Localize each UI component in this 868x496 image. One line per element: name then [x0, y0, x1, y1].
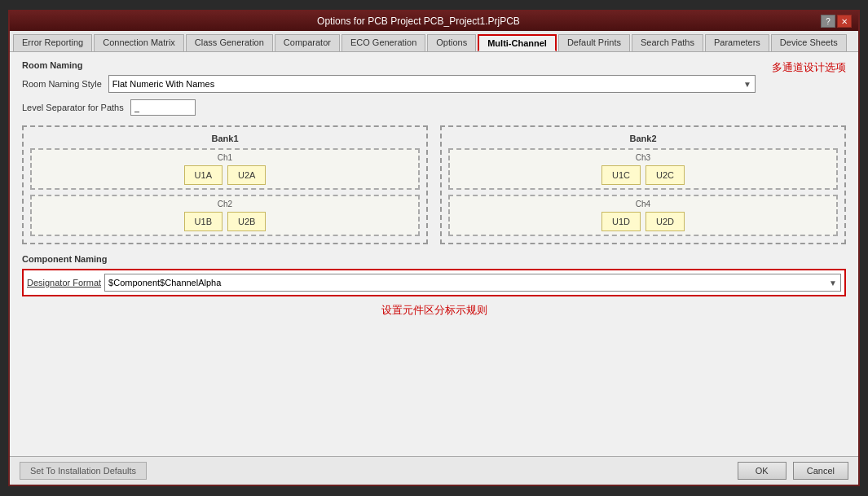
bank1-ch2-box: Ch2 U1B U2B: [30, 195, 420, 236]
designator-dropdown-arrow-icon: ▼: [829, 279, 837, 288]
bank2-ch3-components: U1C U2C: [456, 165, 830, 185]
ok-button[interactable]: OK: [738, 462, 786, 480]
component-naming-section: Component Naming Designator Format $Comp…: [22, 254, 846, 296]
tab-connection-matrix[interactable]: Connection Matrix: [94, 34, 184, 51]
designator-row: Designator Format $Component$ChannelAlph…: [22, 269, 846, 296]
style-label: Room Naming Style: [22, 79, 102, 89]
tab-comparator[interactable]: Comparator: [275, 34, 340, 51]
designator-format-dropdown[interactable]: $Component$ChannelAlpha ▼: [104, 274, 841, 292]
title-bar: Options for PCB Project PCB_Project1.Prj…: [10, 11, 858, 31]
tab-parameters[interactable]: Parameters: [705, 34, 769, 51]
tab-eco-generation[interactable]: ECO Generation: [341, 34, 425, 51]
bank1-ch2-components: U1B U2B: [38, 212, 412, 231]
dialog-title: Options for PCB Project PCB_Project1.Prj…: [16, 15, 821, 27]
tab-error-reporting[interactable]: Error Reporting: [13, 34, 92, 51]
tab-device-sheets[interactable]: Device Sheets: [771, 34, 847, 51]
room-naming-label: Room Naming: [22, 60, 756, 70]
banks-container: Bank1 Ch1 U1A U2A Ch2 U1B: [22, 125, 846, 244]
dropdown-arrow-icon: ▼: [743, 80, 751, 89]
bank1-ch1-comp2: U2A: [227, 165, 266, 185]
level-sep-input[interactable]: [130, 99, 196, 116]
installation-defaults-button[interactable]: Set To Installation Defaults: [20, 462, 147, 480]
designator-format-value: $Component$ChannelAlpha: [108, 278, 221, 288]
bank1-label: Bank1: [30, 134, 420, 143]
room-naming-row: Room Naming Style Flat Numeric With Name…: [22, 75, 756, 93]
bank1-box: Bank1 Ch1 U1A U2A Ch2 U1B: [22, 125, 428, 244]
tab-search-paths[interactable]: Search Paths: [632, 34, 703, 51]
bank2-ch4-comp2: U2D: [645, 212, 685, 231]
bank1-ch2-label: Ch2: [38, 200, 412, 208]
bank2-ch4-comp1: U1D: [601, 212, 641, 231]
level-sep-row: Level Separator for Paths: [22, 99, 756, 116]
tab-class-generation[interactable]: Class Generation: [186, 34, 273, 51]
bank2-ch3-comp1: U1C: [601, 165, 641, 185]
designator-label[interactable]: Designator Format: [27, 278, 101, 288]
bottom-bar: Set To Installation Defaults OK Cancel: [10, 456, 858, 485]
bank2-label: Bank2: [448, 134, 838, 143]
main-dialog: Options for PCB Project PCB_Project1.Prj…: [8, 10, 860, 486]
tab-options[interactable]: Options: [427, 34, 476, 51]
annotation-bottom: 设置元件区分标示规则: [22, 303, 846, 318]
bank2-ch3-box: Ch3 U1C U2C: [448, 148, 838, 190]
content-area: Room Naming Room Naming Style Flat Numer…: [10, 52, 858, 456]
bank2-ch4-box: Ch4 U1D U2D: [448, 195, 838, 236]
tab-multi-channel[interactable]: Multi-Channel: [478, 34, 557, 51]
bank1-ch2-comp1: U1B: [184, 212, 223, 231]
room-naming-style-value: Flat Numeric With Names: [112, 79, 214, 89]
bank2-channels: Ch3 U1C U2C Ch4 U1D U2D: [448, 148, 838, 236]
annotation-top: 多通道设计选项: [772, 60, 846, 75]
bank2-ch3-comp2: U2C: [645, 165, 685, 185]
bank2-ch3-label: Ch3: [456, 153, 830, 162]
cancel-button[interactable]: Cancel: [793, 462, 848, 480]
room-naming-style-dropdown[interactable]: Flat Numeric With Names ▼: [108, 75, 756, 93]
tab-default-prints[interactable]: Default Prints: [558, 34, 630, 51]
bank1-ch1-comp1: U1A: [184, 165, 223, 185]
bank1-channels: Ch1 U1A U2A Ch2 U1B U2B: [30, 148, 420, 236]
bank1-ch1-box: Ch1 U1A U2A: [30, 148, 420, 190]
help-button[interactable]: ?: [821, 15, 835, 28]
bank1-ch1-components: U1A U2A: [38, 165, 412, 185]
bottom-right-buttons: OK Cancel: [738, 462, 848, 480]
level-sep-label: Level Separator for Paths: [22, 103, 124, 112]
title-controls: ? ✕: [821, 15, 852, 28]
bank1-ch2-comp2: U2B: [227, 212, 266, 231]
bank2-box: Bank2 Ch3 U1C U2C Ch4 U1D: [440, 125, 846, 244]
tabs-bar: Error Reporting Connection Matrix Class …: [10, 31, 858, 52]
bank2-ch4-components: U1D U2D: [456, 212, 830, 231]
close-button[interactable]: ✕: [837, 15, 852, 28]
component-naming-label: Component Naming: [22, 254, 846, 264]
bank1-ch1-label: Ch1: [38, 153, 412, 162]
bank2-ch4-label: Ch4: [456, 200, 830, 208]
